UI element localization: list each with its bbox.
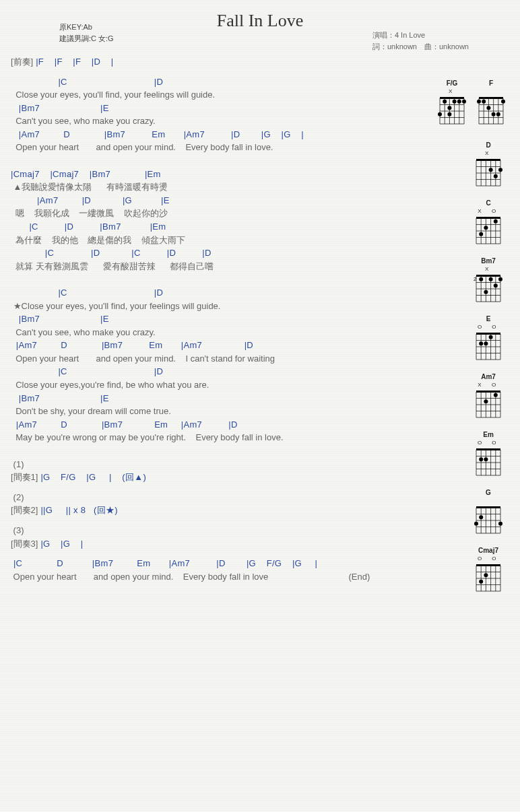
interlude1-chords: |G F/G |G | (回▲) [38,472,146,482]
chord-diagram-Am7: Am7X O O O [470,373,507,421]
chord-line: |Am7 D |Bm7 Em |Am7 |D |G |G | [11,128,428,141]
meta-right: 演唱：4 In Love 詞：unknown 曲：unknown [372,30,469,52]
repeat-marker: (3) [11,524,428,537]
chord-line: |C |D [11,75,428,89]
svg-point-65 [484,226,488,230]
lyric-line: ▲我聽說愛情像太陽 有時溫暖有時燙 [11,180,428,194]
chord-diagram-G: G [470,489,507,537]
chord-line: |Cmaj7 |Cmaj7 |Bm7 |Em [11,168,428,181]
chord-line: |Am7 |D |G |E [11,194,428,207]
lyric-line: May be you're wrong or may be you're rig… [11,431,428,444]
svg-point-113 [494,393,498,397]
sheet-body: [前奏] |F |F |F |D | |C |D Close your eyes… [11,55,428,583]
svg-point-33 [486,106,490,110]
svg-point-80 [484,290,488,294]
lyric-line: Can't you see, who make you crazy. [11,326,428,339]
chord-line: |C |D |Bm7 |Em [11,220,428,234]
svg-point-83 [498,277,502,281]
svg-rect-0 [440,97,464,99]
svg-point-82 [494,283,498,287]
svg-point-14 [447,106,451,110]
svg-point-141 [479,515,483,519]
svg-rect-52 [476,217,500,219]
svg-point-16 [453,100,457,104]
svg-point-98 [484,341,488,345]
repeat-marker: (2) [11,491,428,504]
svg-point-155 [479,580,483,584]
chord-diagram-Cmaj7: Cmaj7 O O [470,547,507,595]
intro-label: [前奏] [11,57,33,67]
lyric-line: Open your heart and open your mind. Ever… [11,570,428,584]
svg-text:2: 2 [474,276,477,282]
svg-rect-143 [476,564,500,566]
lyric-line: 為什麼 我的他 總是傷的我 傾盆大雨下 [11,234,428,247]
chord-line: |Bm7 |E [11,102,428,115]
interlude2-chords: ||G || x 8 (回★) [38,505,117,515]
intro-chords: |F |F |F |D | [33,57,113,67]
svg-point-15 [447,112,451,116]
repeat-marker: (1) [11,458,428,471]
original-key: 原KEY:Ab [59,22,114,33]
lyric-line: Close your eyes,you're find, be who what… [11,378,428,392]
chord-line: |Am7 D |Bm7 Em |Am7 |D [11,339,428,352]
chord-line: |C D |Bm7 Em |Am7 |D |G F/G |G | [11,557,428,570]
interlude3-chords: |G |G | [38,539,83,549]
interlude2-label: [間奏2] [11,505,38,515]
svg-point-49 [489,168,493,172]
lyric-line: Open your heart and open your mind. Ever… [11,141,428,154]
svg-point-156 [484,573,488,577]
chord-line: |C |D [11,365,428,378]
lyric-line: Can't you see, who make you crazy. [11,114,428,128]
chord-diagram-D: DX [470,141,507,190]
lyric-line: Don't be shy, your dream will come true. [11,405,428,418]
svg-point-34 [492,112,496,116]
svg-point-12 [438,112,442,116]
svg-rect-114 [476,448,500,450]
chord-line: |Bm7 |E [11,312,428,326]
svg-point-66 [494,219,498,224]
svg-point-35 [496,112,500,116]
svg-point-64 [479,232,483,236]
chord-diagram-F: F [473,79,509,128]
lyric-line: 嗯 我願化成 一縷微風 吹起你的沙 [11,207,428,220]
svg-rect-128 [476,506,500,508]
chord-diagram-Em: EmO O O O [470,431,507,479]
chord-diagram-E: EO O O [470,315,507,364]
lyric-line: Open your heart and open your mind. I ca… [11,352,428,366]
lyric-line: 就算 天有難測風雲 愛有酸甜苦辣 都得自己嚐 [11,260,428,273]
svg-point-97 [479,341,483,345]
svg-point-99 [489,335,493,339]
composer: 詞：unknown 曲：unknown [372,41,469,53]
svg-rect-67 [476,275,500,277]
chord-line: |C |D [11,286,428,300]
meta-left: 原KEY:Ab 建議男調:C 女:G [59,22,114,44]
interlude1-label: [間奏1] [11,472,38,482]
singer: 演唱：4 In Love [372,30,469,41]
lyric-line: Close your eyes, you'll find, your feeli… [11,88,428,102]
chord-line: |Bm7 |E [11,392,428,405]
chord-line: |C |D |C |D |D [11,246,428,260]
svg-point-112 [484,399,488,403]
svg-point-13 [443,100,447,104]
svg-rect-100 [476,391,500,393]
svg-point-32 [482,100,486,104]
svg-point-17 [457,100,461,104]
svg-point-31 [477,100,481,104]
svg-point-51 [498,168,502,172]
chord-diagrams: F/GXF DXCX O OBm7X2EO O OAm7X O O OEmO O… [432,75,513,603]
suggested-key: 建議男調:C 女:G [59,33,114,44]
chord-diagram-C: CX O O [470,199,507,248]
chord-line: |Am7 D |Bm7 Em |Am7 |D [11,418,428,432]
svg-point-18 [462,100,466,104]
svg-rect-37 [476,159,500,161]
svg-point-127 [484,457,488,461]
interlude3-label: [間奏3] [11,539,38,549]
chord-diagram-F-G: F/GX [434,79,470,128]
svg-point-126 [479,457,483,461]
svg-point-140 [474,522,478,526]
svg-point-142 [498,522,502,526]
svg-point-50 [494,174,498,178]
chord-diagram-Bm7: Bm7X2 [470,257,507,306]
svg-rect-19 [479,97,503,99]
svg-rect-85 [476,333,500,335]
